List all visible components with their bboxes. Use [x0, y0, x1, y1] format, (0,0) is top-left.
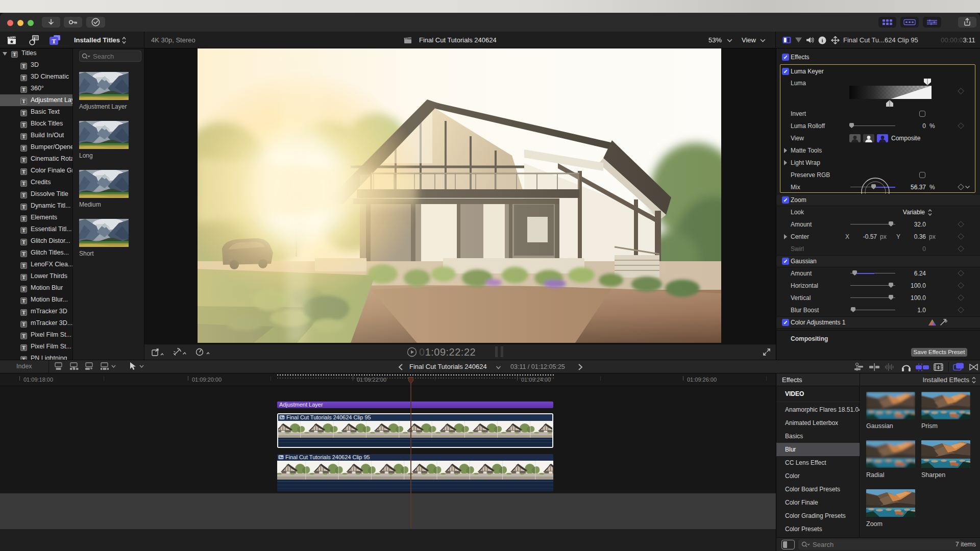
svg-text:i: i [821, 37, 823, 43]
svg-text:T: T [52, 37, 56, 45]
